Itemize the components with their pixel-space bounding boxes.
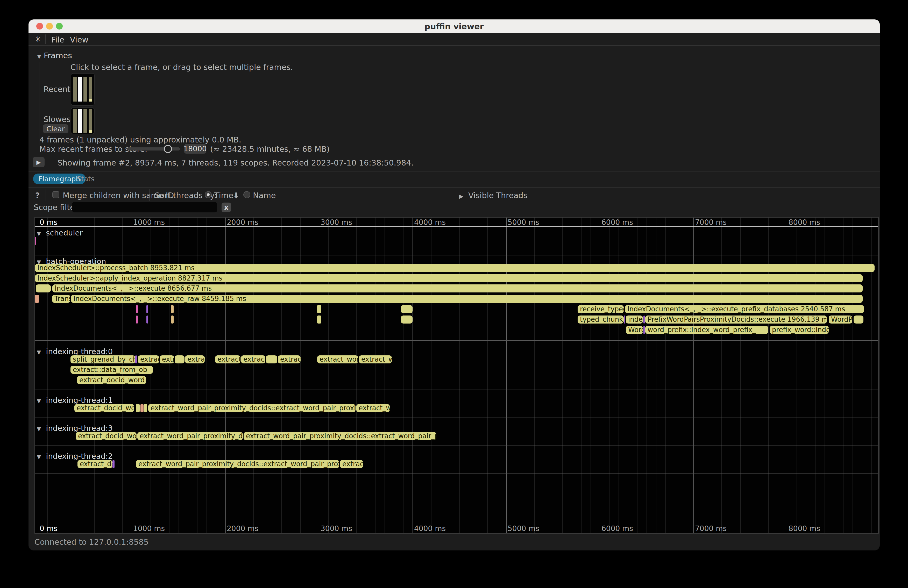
scope-bar[interactable]: extract: [138, 355, 159, 363]
app-menu-icon[interactable]: ✳: [35, 35, 41, 43]
scope-bar[interactable]: IndexDocuments<_, _>::execute 8656.677 m…: [52, 284, 863, 292]
scope-bar[interactable]: extract_: [215, 355, 240, 363]
scope-bar[interactable]: typed_chunk::w: [578, 315, 624, 323]
thread-section-header[interactable]: ▼ indexing-thread:0: [37, 347, 113, 356]
scope-bar[interactable]: [171, 315, 174, 323]
scope-bar[interactable]: [401, 315, 412, 323]
scope-bar[interactable]: extract_: [241, 355, 266, 363]
scope-bar[interactable]: IndexDocuments<_, _>::execute_raw 8459.1…: [71, 295, 863, 303]
scope-bar[interactable]: [266, 355, 277, 363]
scope-bar[interactable]: extract_docid_word: [76, 432, 137, 440]
menu-file[interactable]: File: [51, 35, 64, 44]
menu-view[interactable]: View: [70, 35, 89, 44]
scope-bar[interactable]: extract::data_from_ob: [71, 366, 153, 374]
slowest-frame-thumbnail[interactable]: [71, 108, 95, 134]
frame-bar: [84, 77, 87, 101]
chevron-down-icon: ▼: [37, 426, 41, 432]
scope-bar[interactable]: [136, 404, 140, 412]
chevron-down-icon: ▼: [37, 349, 41, 355]
scope-bar[interactable]: [136, 305, 138, 313]
section-separator: [35, 474, 878, 474]
max-frames-slider-track[interactable]: [127, 148, 180, 151]
scope-bar[interactable]: [147, 315, 148, 323]
scope-bar[interactable]: split_grenad_by_chun: [71, 355, 135, 363]
thread-section-header[interactable]: ▼ indexing-thread:3: [37, 424, 113, 432]
scope-bar[interactable]: extra: [159, 355, 174, 363]
thread-section-name: indexing-thread:0: [43, 347, 113, 356]
scope-filter-input[interactable]: [72, 202, 217, 212]
scope-bar[interactable]: receive_typed_: [578, 305, 624, 313]
clear-filter-button[interactable]: x: [222, 202, 231, 212]
scope-bar[interactable]: [35, 237, 36, 245]
scope-bar[interactable]: extract_word_pair_proximity_docids: [137, 432, 243, 440]
scope-bar[interactable]: extract_wo: [359, 355, 392, 363]
scope-bar[interactable]: extract_docid_word: [77, 376, 146, 384]
scope-bar[interactable]: [113, 460, 114, 468]
flamegraph-canvas[interactable]: 0 ms0 ms1000 ms1000 ms2000 ms2000 ms3000…: [34, 217, 879, 533]
visible-threads-header[interactable]: ▶ Visible Threads: [459, 191, 527, 200]
scope-bar[interactable]: extract_word_pair_proximity_docids::extr…: [148, 404, 356, 412]
scope-bar[interactable]: [624, 315, 625, 323]
max-frames-value[interactable]: 18000: [184, 144, 206, 154]
scope-bar[interactable]: [144, 404, 147, 412]
recent-frame-thumbnail[interactable]: [71, 73, 95, 106]
scope-bar[interactable]: word_prefix::index_word_prefix_: [645, 326, 768, 334]
scope-bar[interactable]: IndexDocuments<_, _>::execute_prefix_dat…: [625, 305, 864, 313]
scope-bar[interactable]: [853, 315, 863, 323]
axis-tick-label: 7000 ms: [695, 524, 727, 533]
scope-bar[interactable]: prefix_word::index_prefix_wo: [770, 326, 829, 334]
sort-time-radio[interactable]: [205, 191, 212, 198]
scope-bar[interactable]: [147, 305, 148, 313]
tab-stats[interactable]: Stats: [76, 174, 96, 184]
scope-bar[interactable]: WordPr: [829, 315, 852, 323]
scope-bar[interactable]: extract: [278, 355, 301, 363]
scope-bar[interactable]: extract_word_pair_proximity_docids::extr…: [136, 460, 339, 468]
scope-bar[interactable]: [644, 315, 645, 323]
scope-bar[interactable]: [140, 404, 143, 412]
scope-bar[interactable]: IndexScheduler>::apply_index_operation 8…: [35, 274, 863, 282]
scope-bar[interactable]: [175, 355, 185, 363]
close-icon: x: [224, 204, 229, 211]
sort-direction-icon[interactable]: ⬇: [233, 191, 240, 200]
scope-bar[interactable]: extract_word_pair_proximity_docids::extr…: [243, 432, 436, 440]
scope-bar[interactable]: [35, 295, 39, 303]
max-frames-slider-knob[interactable]: [164, 145, 172, 153]
scope-bar[interactable]: [135, 355, 137, 363]
axis-tick-label: 1000 ms: [133, 218, 165, 227]
frames-collapse-header[interactable]: ▼ Frames: [37, 51, 72, 60]
scope-bar[interactable]: [317, 315, 321, 323]
scope-bar[interactable]: Word: [626, 326, 643, 334]
scope-bar[interactable]: extract_doc: [77, 460, 113, 468]
scope-bar[interactable]: [171, 305, 174, 313]
section-separator: [35, 418, 878, 418]
axis-tick-label: 8000 ms: [789, 218, 820, 227]
help-button[interactable]: ?: [35, 191, 40, 200]
scope-bar[interactable]: extrac: [340, 460, 363, 468]
thread-section-header[interactable]: ▼ scheduler: [37, 228, 83, 237]
play-button[interactable]: ▶: [33, 157, 45, 167]
scope-bar[interactable]: IndexScheduler>::process_batch 8953.821 …: [35, 264, 874, 272]
controls-divider: [46, 190, 46, 201]
scope-bar[interactable]: index: [626, 315, 643, 323]
sort-time-label: Time: [214, 191, 233, 200]
scope-bar[interactable]: [317, 305, 321, 313]
scope-bar[interactable]: extract_word: [317, 355, 358, 363]
axis-tick-label: 8000 ms: [789, 524, 820, 533]
scope-bar[interactable]: extrac: [185, 355, 205, 363]
scope-bar[interactable]: extract_wo: [356, 404, 390, 412]
scope-bar[interactable]: [36, 284, 51, 292]
scope-bar[interactable]: [401, 305, 412, 313]
scope-bar[interactable]: PrefixWordPairsProximityDocids::execute …: [645, 315, 827, 323]
scope-bar[interactable]: Trans: [52, 295, 70, 303]
section-separator: [35, 255, 878, 255]
sort-name-radio[interactable]: [243, 191, 250, 198]
thread-section-header[interactable]: ▼ indexing-thread:1: [37, 396, 113, 405]
merge-children-checkbox[interactable]: [52, 191, 60, 198]
scope-bar[interactable]: extract_docid_word: [74, 404, 134, 412]
title-bar[interactable]: puffin viewer: [29, 19, 880, 33]
frame-bar-highlight: [89, 99, 92, 101]
scope-bar[interactable]: [136, 315, 138, 323]
clear-frames-button[interactable]: Clear: [43, 124, 68, 133]
thread-section-header[interactable]: ▼ indexing-thread:2: [37, 452, 113, 461]
scope-bar[interactable]: [644, 326, 645, 334]
